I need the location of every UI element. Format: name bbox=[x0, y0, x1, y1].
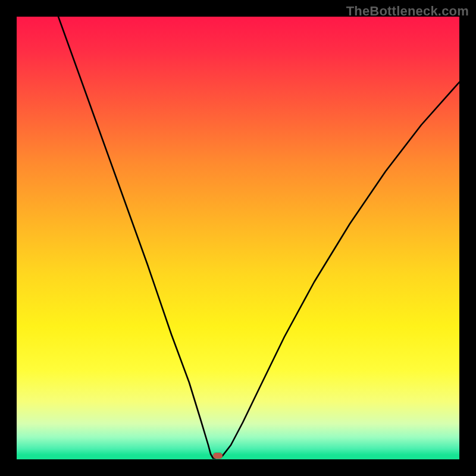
chart-frame: TheBottleneck.com bbox=[0, 0, 476, 476]
plot-area bbox=[17, 17, 459, 459]
optimal-marker bbox=[213, 453, 223, 459]
bottleneck-curve bbox=[17, 17, 459, 459]
